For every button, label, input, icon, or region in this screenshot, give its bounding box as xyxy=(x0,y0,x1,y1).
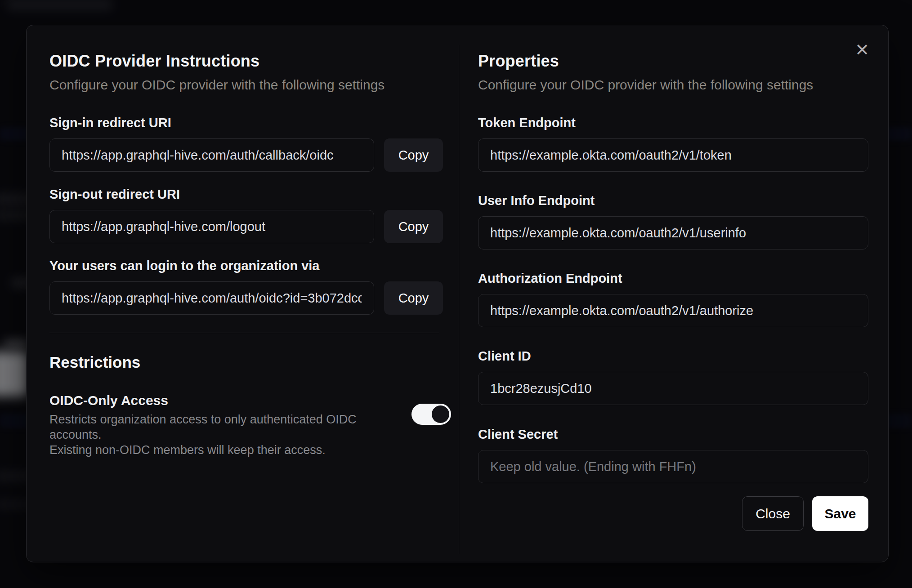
sign-in-redirect-uri-input[interactable] xyxy=(49,138,374,172)
field-sign-in-redirect-uri: Sign-in redirect URI Copy xyxy=(49,115,458,172)
field-sign-out-redirect-uri: Sign-out redirect URI Copy xyxy=(49,186,458,243)
copy-sign-out-uri-button[interactable]: Copy xyxy=(384,210,443,243)
close-button[interactable]: Close xyxy=(742,496,804,531)
field-client-id: Client ID xyxy=(478,348,868,405)
client-id-label: Client ID xyxy=(478,348,868,364)
oidc-only-access-label: OIDC-Only Access xyxy=(49,392,373,409)
description-line-1: Restricts organization access to only au… xyxy=(49,413,357,441)
properties-panel: Properties Configure your OIDC provider … xyxy=(459,25,888,562)
oidc-only-access-description: Restricts organization access to only au… xyxy=(49,412,373,458)
user-info-endpoint-input[interactable] xyxy=(478,216,868,249)
client-secret-input[interactable] xyxy=(478,450,868,483)
description-line-2: Existing non-OIDC members will keep thei… xyxy=(49,443,326,457)
user-info-endpoint-label: User Info Endpoint xyxy=(478,192,868,209)
properties-subtitle: Configure your OIDC provider with the fo… xyxy=(478,77,868,93)
horizontal-divider xyxy=(49,333,439,333)
field-authorization-endpoint: Authorization Endpoint xyxy=(478,270,868,327)
save-button[interactable]: Save xyxy=(812,496,868,531)
sign-out-redirect-uri-input[interactable] xyxy=(49,210,374,243)
organization-login-uri-label: Your users can login to the organization… xyxy=(49,258,458,274)
token-endpoint-input[interactable] xyxy=(478,138,868,172)
dialog-actions: Close Save xyxy=(478,496,868,531)
sign-out-redirect-uri-label: Sign-out redirect URI xyxy=(49,186,458,202)
field-client-secret: Client Secret xyxy=(478,426,868,483)
copy-sign-in-uri-button[interactable]: Copy xyxy=(384,138,443,172)
authorization-endpoint-input[interactable] xyxy=(478,294,868,327)
organization-login-uri-input[interactable] xyxy=(49,281,374,315)
instructions-panel: OIDC Provider Instructions Configure you… xyxy=(27,25,459,562)
toggle-knob xyxy=(432,405,449,423)
instructions-title: OIDC Provider Instructions xyxy=(49,52,458,71)
oidc-only-access-row: OIDC-Only Access Restricts organization … xyxy=(49,392,451,458)
field-organization-login-uri: Your users can login to the organization… xyxy=(49,258,458,315)
client-id-input[interactable] xyxy=(478,372,868,405)
copy-login-uri-button[interactable]: Copy xyxy=(384,281,443,315)
field-user-info-endpoint: User Info Endpoint xyxy=(478,192,868,249)
token-endpoint-label: Token Endpoint xyxy=(478,115,868,131)
instructions-subtitle: Configure your OIDC provider with the fo… xyxy=(49,77,458,93)
client-secret-label: Client Secret xyxy=(478,426,868,442)
field-token-endpoint: Token Endpoint xyxy=(478,115,868,172)
oidc-only-access-toggle[interactable] xyxy=(411,404,451,425)
properties-title: Properties xyxy=(478,52,868,71)
sign-in-redirect-uri-label: Sign-in redirect URI xyxy=(49,115,458,131)
restrictions-title: Restrictions xyxy=(49,353,458,371)
oidc-settings-dialog: ✕ OIDC Provider Instructions Configure y… xyxy=(26,25,889,562)
authorization-endpoint-label: Authorization Endpoint xyxy=(478,270,868,286)
